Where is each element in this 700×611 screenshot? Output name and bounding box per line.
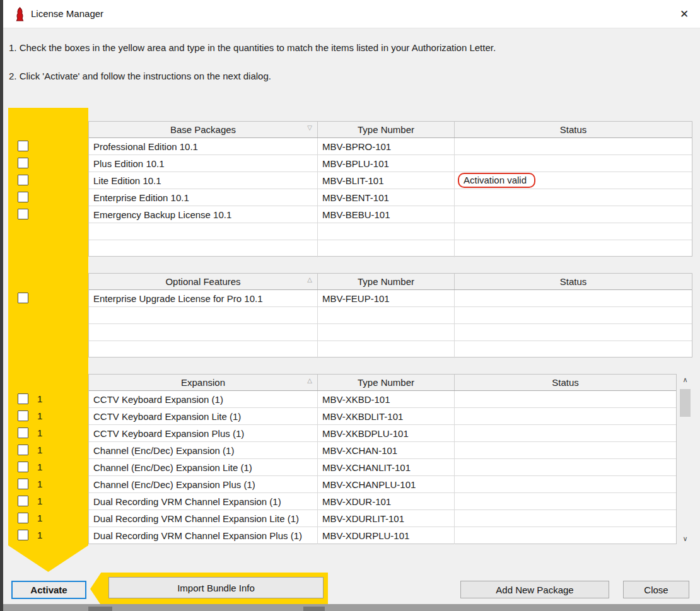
- type-number-cell: MBV-BPLU-101: [318, 155, 455, 172]
- package-name-cell: CCTV Keyboard Expansion Lite (1): [89, 408, 318, 425]
- row-checkbox[interactable]: [18, 428, 28, 438]
- scrollbar-thumb[interactable]: [680, 389, 691, 417]
- row-checkbox[interactable]: [18, 209, 28, 219]
- package-name-cell: CCTV Keyboard Expansion Plus (1): [89, 425, 318, 442]
- table-row: Channel (Enc/Dec) Expansion Lite (1)MBV-…: [89, 459, 676, 476]
- table-row: CCTV Keyboard Expansion Plus (1)MBV-XKBD…: [89, 425, 676, 442]
- quantity-value[interactable]: 1: [37, 513, 44, 523]
- close-dialog-button[interactable]: Close: [623, 581, 689, 598]
- chevron-down-icon: ∨: [682, 535, 687, 543]
- type-number-cell: MBV-XCHAN-101: [318, 442, 455, 459]
- package-name-cell: Dual Recording VRM Channel Expansion Lit…: [89, 510, 318, 527]
- table-row: Lite Edition 10.1MBV-BLIT-101Activation …: [89, 172, 692, 189]
- screenshot-root: License Manager ✕ 1. Check the boxes in …: [0, 0, 700, 611]
- table-row: CCTV Keyboard Expansion (1)MBV-XKBD-101: [89, 391, 676, 408]
- table-row: Dual Recording VRM Channel Expansion Plu…: [89, 527, 676, 544]
- quantity-value[interactable]: 1: [37, 410, 44, 421]
- checkbox-row: [18, 174, 28, 186]
- type-number-cell: MBV-XKBD-101: [318, 391, 455, 408]
- checkbox-column: [8, 273, 88, 358]
- checkbox-row: [18, 208, 28, 220]
- row-checkbox[interactable]: [18, 530, 28, 540]
- quantity-value[interactable]: 1: [37, 530, 44, 540]
- row-checkbox[interactable]: [18, 293, 28, 303]
- package-name-cell: Dual Recording VRM Channel Expansion Plu…: [89, 527, 318, 544]
- checkbox-row: 1: [18, 444, 44, 456]
- row-checkbox[interactable]: [18, 410, 28, 421]
- checkbox-row: 1: [18, 512, 44, 524]
- column-header-status[interactable]: Status: [455, 274, 692, 289]
- table-row: Plus Edition 10.1MBV-BPLU-101: [89, 155, 692, 172]
- type-number-cell: MBV-BLIT-101: [318, 172, 455, 189]
- quantity-value[interactable]: 1: [37, 445, 44, 455]
- quantity-value[interactable]: 1: [37, 462, 44, 472]
- quantity-value[interactable]: 1: [37, 496, 44, 506]
- expansion-section: 111111111 Expansion △ Type Number Status…: [8, 374, 677, 544]
- package-name-cell: [89, 341, 318, 358]
- package-name-cell: Plus Edition 10.1: [89, 155, 318, 172]
- table-row: Dual Recording VRM Channel Expansion Lit…: [89, 510, 676, 527]
- type-number-cell: [318, 240, 455, 257]
- status-cell: [455, 155, 692, 172]
- status-cell: [455, 408, 676, 425]
- row-checkbox[interactable]: [18, 462, 28, 472]
- table-row: Channel (Enc/Dec) Expansion Plus (1)MBV-…: [89, 476, 676, 493]
- checkbox-row: [18, 140, 28, 152]
- column-header-type-number[interactable]: Type Number: [318, 122, 455, 137]
- table-row: Professional Edition 10.1MBV-BPRO-101: [89, 138, 692, 155]
- table-header: Optional Features △ Type Number Status: [89, 274, 692, 290]
- scroll-down-button[interactable]: ∨: [679, 533, 691, 544]
- row-checkbox[interactable]: [18, 445, 28, 455]
- status-cell: Activation valid: [455, 172, 692, 189]
- status-cell: [455, 307, 692, 324]
- column-header-status[interactable]: Status: [455, 375, 676, 390]
- column-header-base-packages[interactable]: Base Packages ▽: [89, 122, 318, 137]
- row-checkbox[interactable]: [18, 192, 28, 202]
- type-number-cell: MBV-XDURPLU-101: [318, 527, 455, 544]
- row-checkbox[interactable]: [18, 141, 28, 151]
- row-checkbox[interactable]: [18, 513, 28, 523]
- status-annotation-highlight: Activation valid: [458, 173, 535, 188]
- column-header-type-number[interactable]: Type Number: [318, 274, 455, 289]
- row-checkbox[interactable]: [18, 158, 28, 168]
- status-cell: [455, 138, 692, 155]
- close-button[interactable]: ✕: [672, 3, 696, 25]
- type-number-cell: MBV-BENT-101: [318, 189, 455, 206]
- quantity-value[interactable]: 1: [37, 393, 44, 404]
- type-number-cell: [318, 307, 455, 324]
- column-header-optional-features[interactable]: Optional Features △: [89, 274, 318, 289]
- type-number-cell: MBV-XDUR-101: [318, 493, 455, 510]
- checkbox-row: 1: [18, 393, 44, 405]
- type-number-cell: MBV-XCHANLIT-101: [318, 459, 455, 476]
- status-cell: [455, 223, 692, 240]
- status-cell: [455, 510, 676, 527]
- row-checkbox[interactable]: [18, 479, 28, 489]
- add-new-package-button[interactable]: Add New Package: [460, 581, 609, 598]
- background-fragment: [303, 607, 325, 611]
- column-header-type-number[interactable]: Type Number: [318, 375, 455, 390]
- quantity-value[interactable]: 1: [37, 428, 44, 438]
- checkbox-column: [8, 121, 88, 257]
- optional-features-section: Optional Features △ Type Number Status E…: [8, 273, 692, 358]
- checkbox-row: 1: [18, 427, 44, 439]
- column-header-expansion[interactable]: Expansion △: [89, 375, 318, 390]
- status-cell: [455, 527, 676, 544]
- row-checkbox[interactable]: [18, 393, 28, 404]
- scroll-up-button[interactable]: ∧: [679, 374, 691, 385]
- quantity-value[interactable]: 1: [37, 479, 44, 489]
- package-name-cell: Enterprise Edition 10.1: [89, 189, 318, 206]
- table-row: Enterprise Upgrade License for Pro 10.1M…: [89, 290, 692, 307]
- checkbox-row: [18, 157, 28, 169]
- import-bundle-info-button[interactable]: Import Bundle Info: [108, 577, 324, 598]
- row-checkbox[interactable]: [18, 496, 28, 506]
- package-name-cell: [89, 240, 318, 257]
- table-row: Dual Recording VRM Channel Expansion (1)…: [89, 493, 676, 510]
- row-checkbox[interactable]: [18, 175, 28, 185]
- expansion-scrollbar[interactable]: ∧ ∨: [679, 374, 691, 544]
- app-icon: [15, 7, 25, 21]
- table-row-empty: [89, 223, 692, 240]
- activate-button[interactable]: Activate: [11, 581, 86, 599]
- type-number-cell: MBV-BPRO-101: [318, 138, 455, 155]
- column-header-status[interactable]: Status: [455, 122, 692, 137]
- background-fragment: [88, 607, 112, 611]
